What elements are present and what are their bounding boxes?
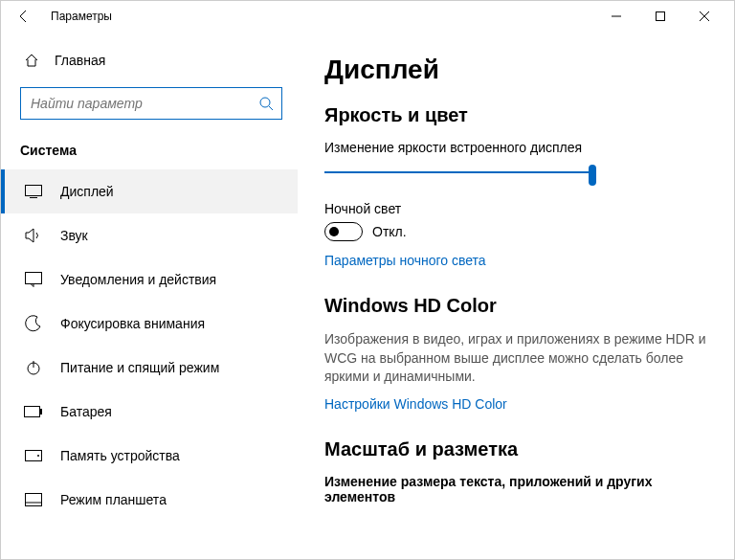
- sound-icon: [24, 228, 43, 243]
- main-panel: Дисплей Яркость и цвет Изменение яркости…: [298, 32, 734, 559]
- nav-item-tablet[interactable]: Режим планшета: [1, 478, 298, 522]
- battery-icon: [24, 406, 43, 417]
- svg-rect-6: [26, 186, 42, 196]
- svg-rect-15: [26, 494, 42, 506]
- toggle-knob: [329, 227, 339, 236]
- notifications-icon: [24, 272, 43, 287]
- nav-label: Питание и спящий режим: [60, 360, 219, 375]
- minimize-button[interactable]: [594, 1, 638, 32]
- nav-label: Уведомления и действия: [60, 272, 216, 287]
- search-icon: [258, 96, 274, 111]
- nav-item-notifications[interactable]: Уведомления и действия: [1, 258, 298, 302]
- slider-track: [324, 171, 596, 173]
- nav-item-battery[interactable]: Батарея: [1, 390, 298, 434]
- nav-label: Дисплей: [60, 184, 114, 199]
- back-button[interactable]: [9, 1, 39, 32]
- hd-description: Изображения в видео, играх и приложениях…: [324, 330, 711, 387]
- nav-item-display[interactable]: Дисплей: [1, 169, 298, 213]
- nav-item-storage[interactable]: Память устройства: [1, 434, 298, 478]
- svg-rect-11: [25, 407, 40, 417]
- page-heading: Дисплей: [324, 55, 711, 85]
- home-link[interactable]: Главная: [1, 41, 298, 79]
- brightness-slider[interactable]: [324, 161, 596, 184]
- brightness-label: Изменение яркости встроенного дисплея: [324, 140, 711, 155]
- svg-point-14: [37, 455, 39, 457]
- search-input[interactable]: [29, 95, 258, 112]
- home-label: Главная: [55, 53, 105, 68]
- nav-label: Фокусировка внимания: [60, 316, 205, 331]
- nav-label: Память устройства: [60, 448, 180, 463]
- home-icon: [24, 53, 39, 68]
- close-button[interactable]: [682, 1, 726, 32]
- search-box[interactable]: [20, 87, 282, 120]
- nav-item-focus[interactable]: Фокусировка внимания: [1, 302, 298, 346]
- svg-rect-8: [26, 273, 42, 284]
- nightlight-settings-link[interactable]: Параметры ночного света: [324, 253, 486, 268]
- nav-label: Звук: [60, 228, 88, 243]
- window-title: Параметры: [51, 10, 112, 23]
- svg-line-5: [269, 106, 273, 110]
- nav-label: Батарея: [60, 404, 112, 419]
- hd-settings-link[interactable]: Настройки Windows HD Color: [324, 396, 507, 412]
- category-label: Система: [1, 127, 298, 169]
- nav-label: Режим планшета: [60, 492, 167, 507]
- svg-rect-1: [657, 12, 665, 21]
- brightness-heading: Яркость и цвет: [324, 104, 711, 126]
- focus-icon: [24, 315, 43, 332]
- nightlight-label: Ночной свет: [324, 201, 711, 216]
- svg-rect-12: [40, 409, 42, 414]
- titlebar: Параметры: [1, 1, 734, 32]
- storage-icon: [24, 450, 43, 461]
- svg-point-4: [260, 98, 270, 107]
- nightlight-toggle[interactable]: [324, 222, 363, 241]
- scale-heading: Масштаб и разметка: [324, 438, 711, 460]
- toggle-state: Откл.: [372, 224, 407, 239]
- nav-item-sound[interactable]: Звук: [1, 213, 298, 258]
- sidebar: Главная Система Дисплей Звук Уведомлен: [1, 32, 298, 559]
- power-icon: [24, 360, 43, 375]
- scale-label: Изменение размера текста, приложений и д…: [324, 474, 711, 504]
- maximize-button[interactable]: [638, 1, 682, 32]
- hd-heading: Windows HD Color: [324, 295, 711, 317]
- slider-thumb[interactable]: [589, 165, 596, 186]
- nav-item-power[interactable]: Питание и спящий режим: [1, 346, 298, 390]
- tablet-icon: [24, 493, 43, 506]
- display-icon: [24, 185, 43, 198]
